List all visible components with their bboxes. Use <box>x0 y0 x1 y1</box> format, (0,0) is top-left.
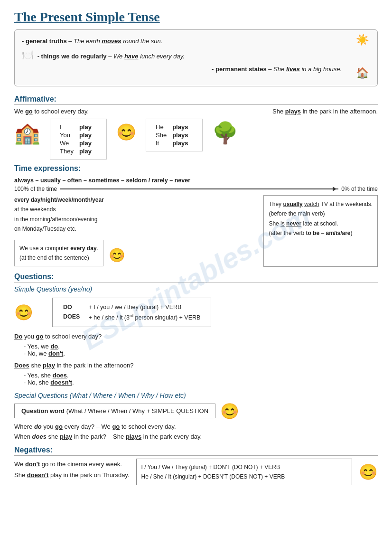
emoji-5: 😊 <box>359 463 378 481</box>
questions-section: Questions: Simple Questions (yes/no) 😊 D… <box>14 273 378 440</box>
freq-arrow-row: 100% of the time 0% of the time <box>14 186 378 192</box>
time-right-box: They usually watch TV at the weekends. (… <box>263 195 378 267</box>
emoji-4: 😊 <box>220 402 239 420</box>
house-icon: 🏠 <box>356 67 369 79</box>
intro-line-2: 🍽️ - things we do regularly – We have lu… <box>22 49 370 61</box>
intro-text-1: – The earth moves round the sun. <box>68 38 162 45</box>
q1-ans1: - Yes, we do. <box>24 343 378 350</box>
negatives-title: Negatives: <box>14 446 378 456</box>
freq-left-label: 100% of the time <box>14 186 57 192</box>
intro-label-1: - general truths <box>22 38 67 45</box>
conjugation-row: 🏫 Iplay Youplay Weplay Theyplay 😊 Heplay… <box>14 119 378 160</box>
intro-line-1: ☀️ - general truths – The earth moves ro… <box>22 38 370 45</box>
time-two-col: every day/night/week/month/year at the w… <box>14 195 378 267</box>
sun-icon: ☀️ <box>356 34 369 46</box>
q1-ans2: - No, we don't. <box>24 350 378 357</box>
computer-line-1: We use a computer every day. <box>19 244 98 253</box>
time-item-2: at the weekends <box>14 205 256 214</box>
pronoun-we: We <box>57 139 76 147</box>
freq-words: always – usually – often – sometimes – s… <box>14 177 378 184</box>
conjugation-table-1: Iplay Youplay Weplay Theyplay <box>50 119 107 160</box>
intro-text-2: – We have lunch every day. <box>108 53 185 60</box>
questions-title: Questions: <box>14 273 378 282</box>
verb-plays-1: plays <box>169 123 191 131</box>
negatives-section: Negatives: We don't go to the cinema eve… <box>14 446 378 486</box>
neg-right-line2: He / She / It (singular) + DOESN'T (DOES… <box>141 472 347 481</box>
page-title: The Present Simple Tense <box>14 9 378 25</box>
pronoun-it: It <box>153 139 169 147</box>
special-ex1: Where do you go every day? – We go to sc… <box>14 423 378 430</box>
affirmative-ex1: We go to school every day. <box>14 108 89 115</box>
time-item-3: in the morning/afternoon/evening <box>14 215 256 224</box>
time-right-line4: (after the verb to be – am/is/are) <box>269 228 373 238</box>
special-box-row: Question word (What / Where / When / Why… <box>14 402 378 420</box>
emoji-3: 😊 <box>14 303 33 321</box>
pronoun-i: I <box>57 123 76 131</box>
q1-answers: - Yes, we do. - No, we don't. <box>24 343 378 357</box>
pronoun-they: They <box>57 147 76 155</box>
emoji-1: 😊 <box>116 122 136 141</box>
verb-plays-2: plays <box>169 131 191 139</box>
time-expressions-section: Time expressions: always – usually – oft… <box>14 164 378 267</box>
time-right-line3: She is never late at school. <box>269 219 373 228</box>
verb-play-3: play <box>76 139 94 147</box>
question-word-label: Question word <box>21 407 65 414</box>
q2-ans2: - No, she doesn't. <box>24 379 378 386</box>
verb-play-2: play <box>76 131 94 139</box>
intro-line-3: 🏠 - permanent states – She lives in a bi… <box>22 66 370 73</box>
neg-right-box: I / You / We / They (plural) + DON'T (DO… <box>136 459 352 486</box>
emoji-2: 😊 <box>109 248 125 263</box>
lunch-icon: 🍽️ <box>22 50 34 60</box>
neg-left-line2: She doesn't play in the park on Thursday… <box>14 470 130 480</box>
time-left-col: every day/night/week/month/year at the w… <box>14 195 256 267</box>
do-label: DO <box>59 303 84 311</box>
pronoun-he: He <box>153 123 169 131</box>
computer-box: We use a computer every day. (at the end… <box>14 238 256 267</box>
computer-line-2: (at the end of the sentence) <box>19 253 98 263</box>
do-desc: + I / you / we / they (plural) + VERB <box>84 303 204 311</box>
time-item-4: on Monday/Tuesday etc. <box>14 224 256 234</box>
time-expr-title: Time expressions: <box>14 164 378 174</box>
do-does-box: DO + I / you / we / they (plural) + VERB… <box>52 298 211 327</box>
q1-line: Do you go to school every day? <box>14 333 378 340</box>
intro-label-2: - things we do regularly <box>37 53 107 60</box>
time-right-line2: (before the main verb) <box>269 209 373 218</box>
verb-play-4: play <box>76 147 94 155</box>
pronoun-she: She <box>153 131 169 139</box>
intro-box: ☀️ - general truths – The earth moves ro… <box>14 29 378 86</box>
simple-q-label: Simple Questions (yes/no) <box>14 285 378 293</box>
time-right-line1: They usually watch TV at the weekends. <box>269 199 373 209</box>
intro-text-3: – She lives in a big house. <box>268 66 342 73</box>
affirmative-examples: We go to school every day. She plays in … <box>14 108 378 115</box>
verb-play-1: play <box>76 123 94 131</box>
neg-left-col: We don't go to the cinema every week. Sh… <box>14 459 130 481</box>
q2-line: Does she play in the park in the afterno… <box>14 362 378 369</box>
question-word-desc: (What / Where / When / Why + SIMPLE QUES… <box>66 407 208 414</box>
special-q-label: Special Questions (What / Where / When /… <box>14 392 378 399</box>
special-ex2: When does she play in the park? – She pl… <box>14 433 378 440</box>
does-desc: + he / she / it (3rd person singular) + … <box>84 312 204 322</box>
q2-ans1: - Yes, she does. <box>24 372 378 379</box>
freq-arrow <box>60 188 338 189</box>
does-label: DOES <box>59 312 84 322</box>
school-image: 🏫 <box>14 121 40 145</box>
affirmative-ex2: She plays in the park in the afternoon. <box>272 108 378 115</box>
park-image: 🌳 <box>212 121 238 145</box>
do-does-row: 😊 DO + I / you / we / they (plural) + VE… <box>14 295 378 330</box>
neg-left-line1: We don't go to the cinema every week. <box>14 459 130 470</box>
affirmative-section: Affirmative: We go to school every day. … <box>14 95 378 160</box>
intro-label-3: - permanent states <box>212 66 267 73</box>
verb-plays-3: plays <box>169 139 191 147</box>
affirmative-title: Affirmative: <box>14 95 378 105</box>
negatives-content: We don't go to the cinema every week. Sh… <box>14 459 378 486</box>
freq-right-label: 0% of the time <box>341 186 378 192</box>
neg-right-line1: I / You / We / They (plural) + DON'T (DO… <box>141 462 347 472</box>
conjugation-table-2: Heplays Sheplays Itplays <box>146 119 203 151</box>
special-box: Question word (What / Where / When / Why… <box>14 404 215 418</box>
pronoun-you: You <box>57 131 76 139</box>
time-item-1: every day/night/week/month/year <box>14 195 256 205</box>
q2-answers: - Yes, she does. - No, she doesn't. <box>24 372 378 386</box>
